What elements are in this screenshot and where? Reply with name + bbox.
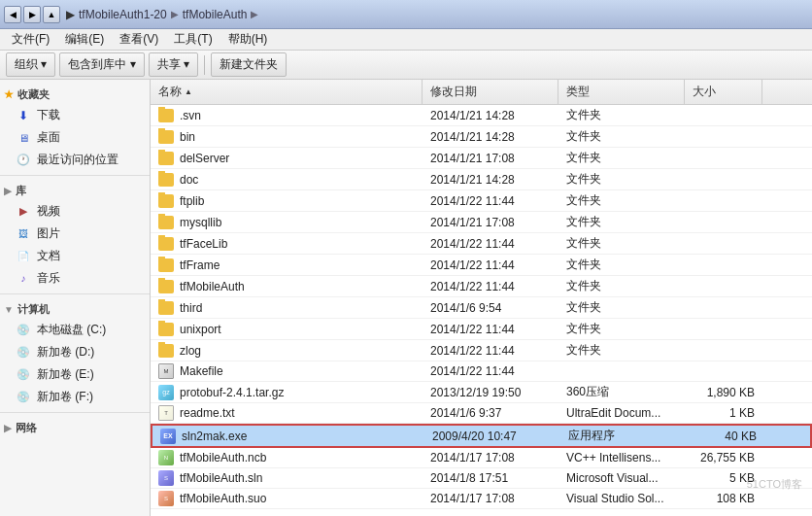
- sidebar-item-video[interactable]: ▶ 视频: [0, 200, 150, 223]
- file-date-cell: 2014/1/6 9:54: [423, 299, 558, 317]
- breadcrumb-arrow1: ▶: [171, 9, 179, 19]
- table-row[interactable]: N tfMobileAuth.ncb 2014/1/17 17:08 VC++ …: [151, 448, 812, 468]
- sidebar-item-drive-f[interactable]: 💿 新加卷 (F:): [0, 386, 150, 408]
- file-area: 名称 ▲ 修改日期 类型 大小 .svn 2014/1/21 14:28 文件夹: [151, 80, 812, 516]
- file-size-cell: [685, 285, 762, 289]
- up-button[interactable]: ▲: [43, 6, 60, 23]
- file-name: .svn: [180, 109, 201, 122]
- sidebar-item-drive-c[interactable]: 💿 本地磁盘 (C:): [0, 319, 150, 341]
- folder-icon: [158, 194, 174, 208]
- table-row[interactable]: delServer 2014/1/21 17:08 文件夹: [151, 148, 812, 169]
- file-type-cell: UltraEdit Docum...: [558, 404, 685, 422]
- sidebar-item-recent[interactable]: 🕐 最近访问的位置: [0, 149, 150, 171]
- table-row[interactable]: tfMobileAuth 2014/1/22 11:44 文件夹: [151, 276, 812, 297]
- sidebar-item-drive-e[interactable]: 💿 新加卷 (E:): [0, 363, 150, 386]
- toolbar-separator: [204, 55, 205, 75]
- sidebar-drive-f-label: 新加卷 (F:): [37, 389, 93, 405]
- table-row[interactable]: M Makefile 2014/1/22 11:44: [151, 361, 812, 382]
- table-row[interactable]: S tfMobileAuth.sln 2014/1/8 17:51 Micros…: [151, 468, 812, 489]
- drive-f-icon: 💿: [16, 390, 31, 405]
- column-headers: 名称 ▲ 修改日期 类型 大小: [151, 80, 812, 105]
- table-row[interactable]: tfFaceLib 2014/1/22 11:44 文件夹: [151, 233, 812, 255]
- menu-bar: 文件(F) 编辑(E) 查看(V) 工具(T) 帮助(H): [0, 29, 812, 51]
- sidebar-drive-c-label: 本地磁盘 (C:): [37, 322, 106, 338]
- sidebar-item-desktop[interactable]: 🖥 桌面: [0, 126, 150, 149]
- new-folder-button[interactable]: 新建文件夹: [211, 52, 287, 77]
- table-row[interactable]: gz protobuf-2.4.1.tar.gz 2013/12/19 19:5…: [151, 382, 812, 403]
- sidebar-item-music[interactable]: ♪ 音乐: [0, 267, 150, 290]
- include-library-button[interactable]: 包含到库中 ▾: [59, 52, 144, 77]
- file-type-cell: 文件夹: [558, 148, 685, 168]
- path-separator: ▶: [66, 8, 75, 21]
- table-row[interactable]: T readme.txt 2014/1/6 9:37 UltraEdit Doc…: [151, 403, 812, 424]
- menu-view[interactable]: 查看(V): [112, 29, 166, 50]
- file-size-cell: [685, 349, 762, 353]
- file-type-cell: 360压缩: [558, 382, 685, 402]
- table-row[interactable]: mysqllib 2014/1/21 17:08 文件夹: [151, 212, 812, 233]
- table-row[interactable]: zlog 2014/1/22 11:44 文件夹: [151, 340, 812, 361]
- file-date-cell: 2014/1/17 17:08: [423, 490, 558, 507]
- table-row[interactable]: third 2014/1/6 9:54 文件夹: [151, 297, 812, 319]
- col-header-name[interactable]: 名称 ▲: [151, 80, 423, 104]
- table-row[interactable]: tfFrame 2014/1/22 11:44 文件夹: [151, 255, 812, 276]
- sidebar-item-pictures[interactable]: 🖼 图片: [0, 223, 150, 245]
- file-name-cell: zlog: [151, 342, 423, 360]
- breadcrumb-part2[interactable]: tfMobileAuth: [183, 8, 248, 21]
- documents-icon: 📄: [16, 249, 31, 264]
- file-size-cell: [685, 156, 762, 160]
- ncb-icon: N: [158, 450, 174, 465]
- file-name: tfFrame: [180, 258, 220, 272]
- table-row[interactable]: .svn 2014/1/21 14:28 文件夹: [151, 105, 812, 126]
- file-date-cell: 2014/1/22 11:44: [423, 321, 558, 338]
- file-name-cell: T readme.txt: [151, 403, 423, 423]
- sidebar-item-documents[interactable]: 📄 文档: [0, 245, 150, 267]
- suo-icon: S: [158, 491, 174, 506]
- menu-edit[interactable]: 编辑(E): [57, 29, 112, 50]
- file-date-cell: 2014/1/22 11:44: [423, 235, 558, 253]
- table-row[interactable]: S tfMobileAuth.suo 2014/1/17 17:08 Visua…: [151, 489, 812, 509]
- file-size-cell: 40 KB: [687, 428, 764, 445]
- file-type-cell: 文件夹: [558, 276, 685, 296]
- file-size-cell: [685, 135, 762, 139]
- file-size-cell: 108 KB: [685, 490, 762, 507]
- table-row[interactable]: unixport 2014/1/22 11:44 文件夹: [151, 319, 812, 340]
- menu-file[interactable]: 文件(F): [4, 29, 57, 50]
- col-header-date[interactable]: 修改日期: [423, 80, 558, 104]
- table-row[interactable]: doc 2014/1/21 14:28 文件夹: [151, 169, 812, 190]
- file-date-cell: 2014/1/6 9:37: [423, 404, 558, 422]
- sidebar-recent-label: 最近访问的位置: [37, 152, 118, 168]
- forward-button[interactable]: ▶: [23, 6, 41, 23]
- sidebar-item-drive-d[interactable]: 💿 新加卷 (D:): [0, 341, 150, 363]
- file-size-cell: [685, 221, 762, 224]
- col-header-type[interactable]: 类型: [558, 80, 685, 104]
- zip-icon: gz: [158, 385, 174, 400]
- organize-button[interactable]: 组织 ▾: [6, 52, 55, 77]
- breadcrumb-part1[interactable]: tfMobileAuth1-20: [79, 8, 167, 21]
- table-row[interactable]: EX sln2mak.exe 2009/4/20 10:47 应用程序 40 K…: [151, 424, 812, 448]
- col-header-size[interactable]: 大小: [685, 80, 762, 104]
- file-name-cell: .svn: [151, 107, 423, 124]
- file-name-cell: bin: [151, 128, 423, 146]
- menu-tools[interactable]: 工具(T): [166, 29, 220, 50]
- menu-help[interactable]: 帮助(H): [220, 29, 276, 50]
- folder-icon: [158, 344, 174, 358]
- computer-group: ▼ 计算机: [0, 298, 150, 319]
- file-name: protobuf-2.4.1.tar.gz: [180, 386, 284, 399]
- libraries-group: ▶ 库: [0, 180, 150, 200]
- back-button[interactable]: ◀: [4, 6, 21, 23]
- table-row[interactable]: bin 2014/1/21 14:28 文件夹: [151, 126, 812, 148]
- table-row[interactable]: ftplib 2014/1/22 11:44 文件夹: [151, 190, 812, 212]
- file-date-cell: 2009/4/20 10:47: [424, 428, 560, 445]
- file-date-cell: 2014/1/22 11:44: [423, 278, 558, 295]
- sidebar-item-download[interactable]: ⬇ 下载: [0, 104, 150, 126]
- share-label: 共享 ▾: [157, 56, 189, 73]
- file-name-cell: S tfMobileAuth.suo: [151, 489, 423, 508]
- network-label: 网络: [16, 421, 37, 435]
- file-name: tfMobileAuth.ncb: [180, 451, 266, 464]
- file-name-cell: mysqllib: [151, 214, 423, 231]
- address-bar: ▶ tfMobileAuth1-20 ▶ tfMobileAuth ▶: [66, 8, 258, 21]
- file-name-cell: doc: [151, 171, 423, 189]
- file-type-cell: VC++ Intellisens...: [558, 449, 685, 466]
- libraries-icon: ▶: [4, 186, 12, 196]
- share-button[interactable]: 共享 ▾: [149, 52, 198, 77]
